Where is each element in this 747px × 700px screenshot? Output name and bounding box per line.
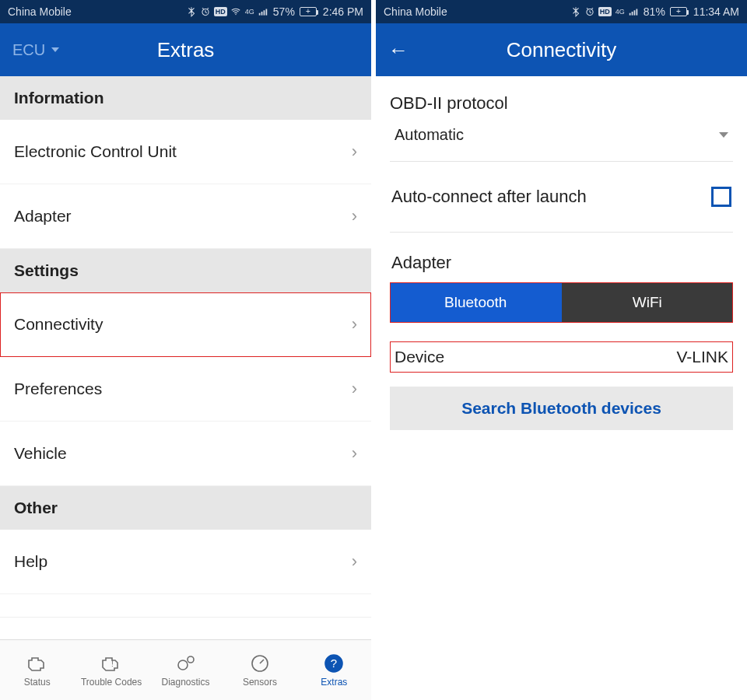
signal-icon <box>258 6 268 17</box>
search-bluetooth-button[interactable]: Search Bluetooth devices <box>390 387 733 430</box>
chevron-right-icon: › <box>352 142 357 162</box>
tab-diagnostics[interactable]: Diagnostics <box>149 640 223 700</box>
svg-rect-16 <box>636 9 637 16</box>
svg-rect-14 <box>631 12 633 16</box>
list-item-label: Preferences <box>14 380 102 398</box>
hd-icon: HD <box>214 7 227 16</box>
ecu-dropdown[interactable]: ECU <box>12 41 59 59</box>
back-button[interactable]: ← <box>388 38 409 62</box>
tab-label: Diagnostics <box>162 677 210 688</box>
tab-label: Sensors <box>243 677 277 688</box>
list-item-adapter[interactable]: Adapter › <box>0 184 371 249</box>
device-value: V-LINK <box>676 348 728 366</box>
button-label: Search Bluetooth devices <box>461 399 661 418</box>
adapter-option-bluetooth[interactable]: Bluetooth <box>390 282 562 323</box>
adapter-option-wifi[interactable]: WiFi <box>562 282 734 323</box>
option-label: Bluetooth <box>444 294 507 311</box>
autoconnect-label: Auto-connect after launch <box>391 187 587 207</box>
svg-text:!: ! <box>111 660 114 668</box>
bluetooth-icon <box>186 6 197 17</box>
clock-text: 11:34 AM <box>693 5 739 18</box>
svg-rect-15 <box>633 10 635 15</box>
list-item-label: Electronic Control Unit <box>14 142 177 161</box>
statusbar: China Mobile HD 4G 57% + 2:46 PM <box>0 0 371 23</box>
option-label: WiFi <box>633 294 662 311</box>
dropdown-triangle-icon <box>51 47 59 52</box>
section-header-settings: Settings <box>0 249 371 292</box>
carrier-label: China Mobile <box>384 5 570 18</box>
protocol-dropdown[interactable]: Automatic <box>390 118 733 162</box>
battery-icon: + <box>670 7 687 16</box>
autoconnect-row[interactable]: Auto-connect after launch <box>390 162 733 233</box>
bluetooth-icon <box>570 6 581 17</box>
protocol-label: OBD-II protocol <box>390 76 733 118</box>
tab-label: Status <box>24 677 51 688</box>
appbar: ECU Extras <box>0 23 371 76</box>
device-row[interactable]: Device V-LINK <box>390 341 733 373</box>
engine-icon <box>25 653 50 674</box>
engine-alert-icon: ! <box>99 653 124 674</box>
chevron-right-icon: › <box>352 206 357 226</box>
svg-point-7 <box>178 660 188 670</box>
autoconnect-checkbox[interactable] <box>711 187 731 207</box>
list-item-label: Connectivity <box>14 315 103 334</box>
tab-extras[interactable]: ? Extras <box>297 640 371 700</box>
content: OBD-II protocol Automatic Auto-connect a… <box>376 76 747 430</box>
adapter-label: Adapter <box>390 233 733 282</box>
list-item-ecu[interactable]: Electronic Control Unit › <box>0 120 371 184</box>
status-icons: HD 4G 57% + 2:46 PM <box>186 5 363 18</box>
chevron-right-icon: › <box>352 443 357 464</box>
list-item-preferences[interactable]: Preferences › <box>0 357 371 422</box>
tab-label: Trouble Codes <box>81 677 142 688</box>
statusbar: China Mobile HD 4G 81% + 11:34 AM <box>376 0 747 23</box>
list-item-label: Help <box>14 552 47 571</box>
svg-rect-3 <box>261 12 262 16</box>
gears-icon <box>174 653 198 674</box>
list-spacer <box>0 594 371 618</box>
section-header-information: Information <box>0 76 371 120</box>
tab-sensors[interactable]: Sensors <box>223 640 296 700</box>
section-header-other: Other <box>0 486 371 530</box>
status-icons: HD 4G 81% + 11:34 AM <box>570 5 739 18</box>
svg-point-8 <box>188 656 194 663</box>
list-item-help[interactable]: Help › <box>0 530 371 594</box>
battery-percent: 81% <box>644 5 665 18</box>
list-item-connectivity[interactable]: Connectivity › <box>0 292 371 357</box>
chevron-right-icon: › <box>352 379 357 399</box>
wifi-icon <box>230 6 241 17</box>
battery-icon: + <box>300 7 317 16</box>
gauge-icon <box>247 653 272 674</box>
adapter-segmented: Bluetooth WiFi <box>390 282 733 323</box>
list-item-label: Vehicle <box>14 444 67 463</box>
protocol-value: Automatic <box>395 126 464 144</box>
page-title: Connectivity <box>376 38 747 62</box>
dropdown-caret-icon <box>719 132 728 138</box>
svg-rect-13 <box>630 13 631 16</box>
svg-text:?: ? <box>331 656 337 670</box>
list-item-label: Adapter <box>14 207 72 226</box>
alarm-icon <box>584 6 595 17</box>
svg-rect-2 <box>259 13 261 16</box>
svg-rect-4 <box>263 10 265 15</box>
svg-rect-5 <box>265 9 267 16</box>
tab-status[interactable]: Status <box>0 640 74 700</box>
signal-icon <box>628 6 639 17</box>
hd-icon: HD <box>598 7 612 16</box>
svg-point-1 <box>235 14 236 15</box>
device-label: Device <box>395 348 444 366</box>
question-icon: ? <box>321 653 346 674</box>
bottom-nav: Status ! Trouble Codes Diagnostics Senso… <box>0 639 371 700</box>
chevron-right-icon: › <box>352 314 357 334</box>
chevron-right-icon: › <box>352 551 357 572</box>
ecu-label: ECU <box>12 41 45 59</box>
appbar: ← Connectivity <box>376 23 747 76</box>
list-item-vehicle[interactable]: Vehicle › <box>0 422 371 486</box>
tab-trouble-codes[interactable]: ! Trouble Codes <box>74 640 148 700</box>
alarm-icon <box>200 6 211 17</box>
network-text: 4G <box>245 8 254 16</box>
phone-left: China Mobile HD 4G 57% + 2:46 PM ECU Ext… <box>0 0 371 700</box>
carrier-label: China Mobile <box>8 5 186 18</box>
clock-text: 2:46 PM <box>323 5 363 18</box>
phone-right: China Mobile HD 4G 81% + 11:34 AM ← Conn… <box>376 0 747 700</box>
network-text: 4G <box>615 8 625 16</box>
